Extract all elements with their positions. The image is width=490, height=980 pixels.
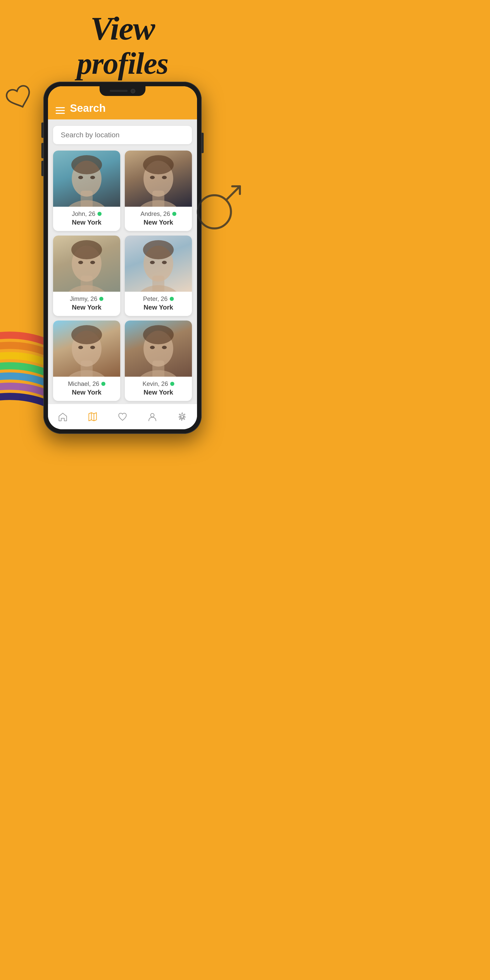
- profile-city: New York: [129, 218, 188, 226]
- svg-point-39: [162, 346, 167, 349]
- profile-name: Kevin, 26: [142, 380, 168, 387]
- profile-name: Michael, 26: [68, 380, 99, 387]
- svg-point-42: [151, 414, 154, 417]
- svg-point-27: [162, 261, 167, 264]
- deco-heart-icon: [3, 81, 38, 121]
- home-icon: [58, 412, 68, 422]
- profile-city: New York: [129, 388, 188, 396]
- profile-name-row: Peter, 26: [129, 295, 188, 302]
- svg-point-32: [78, 346, 83, 349]
- profile-info: Peter, 26New York: [125, 292, 192, 316]
- map-icon: [88, 412, 98, 422]
- profile-name: Peter, 26: [143, 295, 167, 302]
- svg-point-7: [71, 155, 102, 174]
- phone-frame: Search John, 26New York: [43, 82, 202, 434]
- profile-info: John, 26New York: [53, 207, 120, 231]
- profile-card[interactable]: Kevin, 26New York: [125, 321, 192, 401]
- phone-notch: [100, 86, 145, 96]
- svg-point-38: [150, 346, 155, 349]
- profile-name-row: Andres, 26: [129, 210, 188, 218]
- svg-point-8: [78, 176, 83, 179]
- svg-point-31: [71, 325, 102, 344]
- svg-line-1: [227, 186, 240, 199]
- svg-point-26: [150, 261, 155, 264]
- profile-name-row: Michael, 26: [57, 380, 116, 387]
- svg-point-15: [162, 176, 167, 179]
- hamburger-menu-button[interactable]: [56, 107, 65, 114]
- svg-point-21: [90, 261, 95, 264]
- app-content: John, 26New York Andres, 26New York Jimm…: [48, 119, 197, 404]
- online-status-dot: [170, 297, 174, 301]
- online-status-dot: [101, 382, 105, 386]
- svg-point-14: [150, 176, 155, 179]
- profile-card[interactable]: Andres, 26New York: [125, 151, 192, 231]
- profile-photo: [125, 235, 192, 292]
- notch-speaker: [110, 90, 127, 92]
- hero-section: View profiles: [0, 10, 245, 80]
- nav-settings[interactable]: [167, 404, 197, 429]
- nav-profile[interactable]: [137, 404, 167, 429]
- hero-line2: profiles: [0, 47, 245, 80]
- profile-name: John, 26: [72, 210, 95, 218]
- user-icon: [147, 412, 158, 422]
- profile-card[interactable]: John, 26New York: [53, 151, 120, 231]
- profile-photo: [53, 235, 120, 292]
- profile-name: Jimmy, 26: [70, 295, 97, 302]
- profile-info: Andres, 26New York: [125, 207, 192, 231]
- profile-photo: [125, 151, 192, 207]
- profile-name-row: John, 26: [57, 210, 116, 218]
- profile-info: Jimmy, 26New York: [53, 292, 120, 316]
- profile-city: New York: [129, 304, 188, 311]
- search-input[interactable]: [61, 131, 184, 139]
- svg-point-43: [181, 415, 183, 418]
- svg-point-37: [143, 325, 173, 344]
- deco-mars-icon: [191, 181, 242, 239]
- profile-name-row: Jimmy, 26: [57, 295, 116, 302]
- online-status-dot: [170, 382, 174, 386]
- profile-photo: [125, 321, 192, 377]
- svg-point-33: [90, 346, 95, 349]
- profile-info: Kevin, 26New York: [125, 377, 192, 401]
- nav-map[interactable]: [78, 404, 108, 429]
- profile-photo: [53, 321, 120, 377]
- svg-point-13: [143, 155, 173, 174]
- profile-name-row: Kevin, 26: [129, 380, 188, 387]
- search-bar[interactable]: [53, 126, 192, 144]
- notch-camera: [130, 89, 135, 94]
- settings-icon: [177, 412, 187, 422]
- profile-city: New York: [57, 388, 116, 396]
- profile-photo: [53, 151, 120, 207]
- profile-card[interactable]: Michael, 26New York: [53, 321, 120, 401]
- profile-city: New York: [57, 218, 116, 226]
- svg-point-19: [71, 240, 102, 259]
- profile-card[interactable]: Peter, 26New York: [125, 235, 192, 316]
- profile-info: Michael, 26New York: [53, 377, 120, 401]
- heart-icon: [118, 412, 127, 422]
- online-status-dot: [99, 297, 103, 301]
- svg-point-0: [198, 195, 231, 228]
- svg-point-25: [143, 240, 173, 259]
- bottom-nav: [48, 404, 197, 429]
- profile-card[interactable]: Jimmy, 26New York: [53, 235, 120, 316]
- profile-grid: John, 26New York Andres, 26New York Jimm…: [53, 151, 192, 401]
- nav-home[interactable]: [48, 404, 78, 429]
- phone-screen: Search John, 26New York: [48, 86, 197, 429]
- hero-line1: View: [0, 10, 245, 47]
- profile-city: New York: [57, 304, 116, 311]
- nav-likes[interactable]: [108, 404, 138, 429]
- profile-name: Andres, 26: [140, 210, 170, 218]
- online-status-dot: [97, 212, 102, 216]
- svg-point-20: [78, 261, 83, 264]
- svg-point-9: [90, 176, 95, 179]
- online-status-dot: [172, 212, 177, 216]
- app-header-title: Search: [70, 102, 106, 115]
